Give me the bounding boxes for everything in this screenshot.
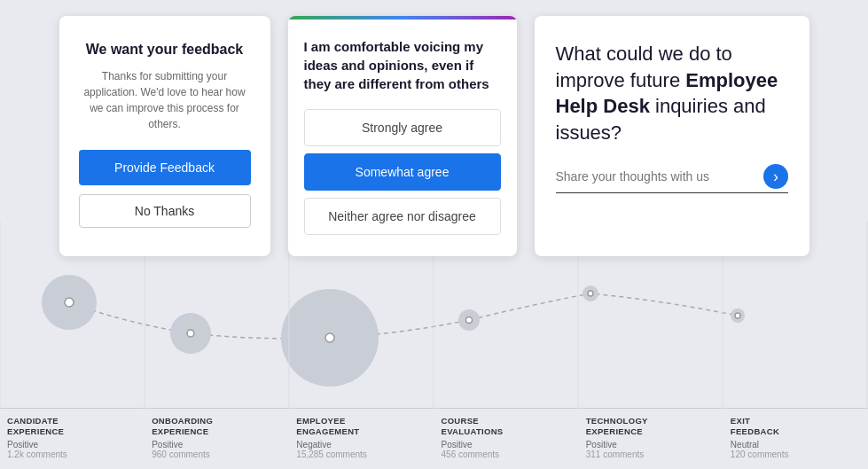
feedback-card: We want your feedback Thanks for submitt…: [59, 16, 270, 256]
svg-point-7: [466, 317, 473, 324]
label-onboarding: ONBOARDINGEXPERIENCE Positive 960 commen…: [145, 409, 289, 469]
survey-option-neither[interactable]: Neither agree nor disagree: [304, 198, 501, 235]
label-course-name: COURSEEVALUATIONS: [442, 416, 579, 438]
label-employee-comments: 15,285 comments: [296, 449, 434, 459]
label-exit-comments: 120 comments: [731, 449, 868, 459]
label-onboarding-sentiment: Positive: [152, 440, 289, 449]
svg-point-0: [42, 275, 97, 330]
svg-point-1: [65, 298, 74, 307]
label-technology-sentiment: Positive: [586, 440, 723, 449]
label-course: COURSEEVALUATIONS Positive 456 comments: [434, 409, 579, 469]
provide-feedback-button[interactable]: Provide Feedback: [79, 150, 251, 185]
label-candidate: CANDIDATEEXPERIENCE Positive 1.2k commen…: [0, 409, 145, 469]
chart-area: CANDIDATEEXPERIENCE Positive 1.2k commen…: [0, 221, 868, 469]
label-course-comments: 456 comments: [442, 449, 579, 459]
label-employee-sentiment: Negative: [296, 440, 434, 449]
cards-row: We want your feedback Thanks for submitt…: [0, 0, 868, 256]
survey-option-somewhat-agree[interactable]: Somewhat agree: [304, 153, 501, 191]
open-ended-title: What could we do to improve future Emplo…: [556, 41, 788, 146]
label-employee: EMPLOYEEENGAGEMENT Negative 15,285 comme…: [289, 409, 434, 469]
label-candidate-comments: 1.2k comments: [7, 449, 145, 459]
label-technology-comments: 311 comments: [586, 449, 723, 459]
survey-progress-bar: [288, 16, 517, 20]
open-ended-card: What could we do to improve future Emplo…: [535, 16, 809, 256]
svg-point-2: [170, 313, 211, 354]
svg-point-4: [281, 289, 379, 387]
svg-point-10: [731, 309, 745, 323]
label-candidate-sentiment: Positive: [7, 440, 145, 449]
send-button[interactable]: [763, 164, 788, 189]
label-exit: EXITFEEDBACK Neutral 120 comments: [723, 409, 868, 469]
no-thanks-button[interactable]: No Thanks: [79, 194, 251, 228]
svg-point-9: [588, 291, 593, 296]
svg-point-3: [187, 330, 194, 337]
survey-card: I am comfortable voicing my ideas and op…: [288, 16, 517, 256]
thoughts-input[interactable]: [556, 169, 763, 184]
labels-row: CANDIDATEEXPERIENCE Positive 1.2k commen…: [0, 409, 868, 469]
label-technology: TECHNOLOGYEXPERIENCE Positive 311 commen…: [579, 409, 723, 469]
label-onboarding-comments: 960 comments: [152, 449, 289, 459]
survey-option-strongly-agree[interactable]: Strongly agree: [304, 109, 501, 146]
svg-point-8: [583, 285, 598, 301]
label-exit-sentiment: Neutral: [731, 440, 868, 449]
svg-point-6: [458, 309, 480, 331]
survey-card-content: I am comfortable voicing my ideas and op…: [288, 37, 517, 235]
label-exit-name: EXITFEEDBACK: [731, 416, 868, 438]
survey-card-title: I am comfortable voicing my ideas and op…: [304, 37, 501, 93]
label-onboarding-name: ONBOARDINGEXPERIENCE: [152, 416, 289, 438]
svg-point-5: [325, 333, 334, 342]
label-candidate-name: CANDIDATEEXPERIENCE: [7, 416, 145, 438]
label-course-sentiment: Positive: [442, 440, 579, 449]
label-technology-name: TECHNOLOGYEXPERIENCE: [586, 416, 723, 438]
main-container: We want your feedback Thanks for submitt…: [0, 0, 868, 469]
open-ended-input-row: [556, 164, 788, 193]
svg-point-11: [735, 313, 740, 318]
feedback-card-title: We want your feedback: [79, 41, 251, 59]
feedback-card-subtitle: Thanks for submitting your application. …: [79, 68, 251, 132]
label-employee-name: EMPLOYEEENGAGEMENT: [296, 416, 434, 438]
